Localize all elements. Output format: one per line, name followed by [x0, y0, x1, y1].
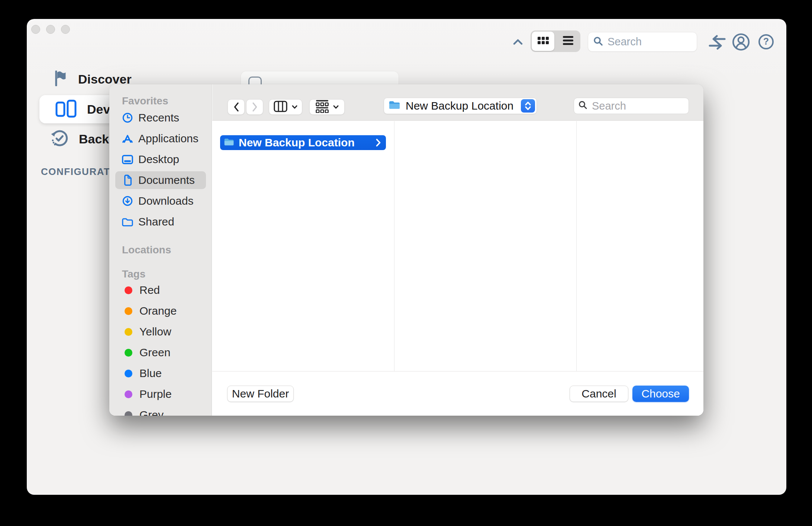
tag-item-red[interactable]: Red [115, 281, 206, 299]
help-icon[interactable]: ? [758, 34, 774, 49]
chevron-right-icon [376, 139, 381, 147]
close-button[interactable] [31, 25, 40, 34]
tag-item-blue[interactable]: Blue [115, 364, 206, 382]
list-view-button[interactable] [557, 32, 579, 51]
search-icon [593, 36, 603, 48]
chevron-down-icon [333, 104, 339, 110]
tag-label: Green [139, 346, 170, 359]
browser-item-label: New Backup Location [239, 136, 376, 149]
tag-item-grey[interactable]: Grey [115, 406, 206, 416]
app-store-icon [122, 133, 133, 144]
sidebar-item-documents[interactable]: Documents [115, 171, 206, 189]
file-dialog: Favorites Recents [109, 84, 703, 416]
favorites-header: Favorites [122, 95, 168, 107]
app-window: ? Discover Devices [27, 19, 786, 495]
tag-label: Purple [139, 388, 172, 400]
list-view-icon [563, 36, 573, 46]
location-popup-value: New Backup Location [406, 100, 513, 112]
tag-item-yellow[interactable]: Yellow [115, 323, 206, 341]
help-glyph: ? [763, 36, 769, 47]
tag-label: Yellow [139, 325, 171, 338]
tag-color-dot [125, 307, 132, 315]
tag-color-dot [125, 370, 132, 377]
tag-item-orange[interactable]: Orange [115, 302, 206, 320]
sidebar-item-label: Applications [138, 132, 199, 145]
columns-view-button[interactable] [269, 99, 302, 115]
backup-clock-icon [50, 129, 69, 149]
tag-label: Orange [139, 305, 177, 317]
tag-label: Grey [139, 409, 164, 416]
devices-icon [55, 99, 77, 120]
column-divider [394, 121, 394, 371]
sidebar-item-downloads[interactable]: Downloads [115, 192, 206, 210]
locations-header: Locations [122, 244, 171, 256]
group-view-button[interactable] [309, 99, 345, 115]
collapse-chevron-up-icon[interactable] [513, 39, 523, 46]
folder-icon [389, 100, 400, 111]
account-icon[interactable] [732, 33, 750, 51]
sidebar-item-recents[interactable]: Recents [115, 109, 206, 127]
sidebar-item-label: Recents [138, 111, 179, 124]
app-search-input[interactable] [607, 35, 748, 48]
tag-color-dot [125, 411, 132, 416]
screen: ? Discover Devices [0, 0, 812, 526]
column-divider [576, 121, 577, 371]
dialog-search-input[interactable] [591, 100, 684, 113]
transfer-icon[interactable] [708, 35, 726, 50]
popup-stepper-icon[interactable] [521, 99, 535, 113]
document-icon [122, 175, 133, 186]
desktop-icon [122, 155, 133, 164]
chevron-right-icon [252, 102, 258, 112]
tag-item-purple[interactable]: Purple [115, 385, 206, 403]
location-popup[interactable]: New Backup Location [384, 98, 537, 114]
column-browser[interactable] [212, 121, 703, 371]
grid-view-icon [538, 37, 549, 46]
sidebar-item-applications[interactable]: Applications [115, 130, 206, 147]
forward-button[interactable] [246, 99, 263, 115]
grid-view-button[interactable] [532, 32, 554, 51]
dialog-sidebar: Favorites Recents [109, 84, 212, 416]
chevron-down-icon [292, 104, 297, 110]
group-view-icon [316, 100, 329, 114]
dialog-search-field[interactable] [574, 98, 689, 114]
folder-icon [224, 138, 234, 148]
tag-color-dot [125, 286, 132, 294]
search-icon [579, 101, 587, 111]
tag-label: Blue [139, 367, 162, 380]
columns-view-icon [274, 101, 287, 114]
zoom-button[interactable] [61, 25, 70, 34]
sidebar-item-label: Desktop [138, 153, 179, 166]
shared-folder-icon [122, 217, 133, 227]
sidebar-item-label: Downloads [138, 195, 193, 207]
minimize-button[interactable] [46, 25, 55, 34]
cancel-button[interactable]: Cancel [570, 386, 628, 402]
clock-icon [122, 113, 133, 123]
tag-item-green[interactable]: Green [115, 344, 206, 361]
sidebar-item-desktop[interactable]: Desktop [115, 150, 206, 168]
sidebar-item-label: Documents [138, 174, 195, 186]
chevron-left-icon [233, 102, 239, 112]
new-folder-button[interactable]: New Folder [227, 386, 294, 402]
tag-color-dot [125, 390, 132, 398]
tag-color-dot [125, 328, 132, 336]
flag-icon [54, 71, 67, 88]
tag-label: Red [139, 284, 160, 296]
tag-color-dot [125, 349, 132, 357]
tags-header: Tags [122, 268, 145, 280]
sidebar-item-label: Shared [138, 215, 174, 228]
browser-item-selected[interactable]: New Backup Location [220, 135, 386, 150]
window-controls [31, 25, 70, 34]
choose-button[interactable]: Choose [632, 386, 689, 402]
app-search-field[interactable] [588, 32, 697, 52]
download-circle-icon [122, 196, 133, 206]
sidebar-item-shared[interactable]: Shared [115, 213, 206, 231]
back-button[interactable] [228, 99, 245, 115]
view-toggle [531, 30, 580, 52]
